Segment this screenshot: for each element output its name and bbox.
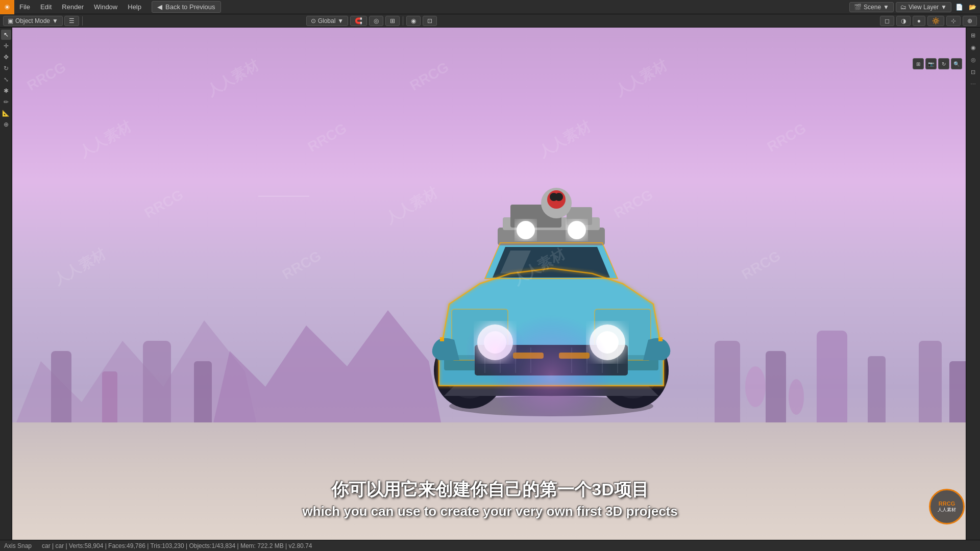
right-panel: ⊞ ◉ ◎ ⊡ ⋯ [966,28,980,540]
view-layer-dropdown-icon: ▼ [941,4,947,11]
left-tools-panel: ↖ ✛ ✥ ↻ ⤡ ✱ ✏ 📐 ⊕ [0,28,12,540]
svg-point-15 [745,366,766,407]
tool-add[interactable]: ⊕ [1,119,11,130]
snap-button[interactable]: 🧲 [350,16,367,26]
viewport-shading-4[interactable]: 🔆 [927,16,944,26]
menu-render[interactable]: Render [57,0,89,14]
snap-line-h [258,196,309,196]
mode-icon: ▣ [8,17,13,24]
svg-point-61 [464,319,526,381]
axis-snap-label: Axis Snap [4,542,32,549]
pivot-icon: ⊙ [311,17,316,24]
toolbar-center: ⊙ Global ▼ 🧲 ◎ ⊞ ◉ ⊡ [306,16,437,26]
menu-file[interactable]: File [14,0,35,14]
transform-btn[interactable]: ⊞ [385,16,400,26]
gizmo-btn[interactable]: ⊡ [423,16,437,26]
view-layer-selector[interactable]: 🗂 View Layer ▼ [896,2,951,12]
toolbar-separator-1 [82,16,83,26]
menu-edit[interactable]: Edit [35,0,57,14]
open-file-button[interactable]: 📂 [967,2,978,13]
options-button[interactable]: ☰ [64,16,79,26]
svg-rect-62 [440,337,444,341]
tool-cursor[interactable]: ✛ [1,41,11,51]
new-file-button[interactable]: 📄 [953,2,965,13]
tool-select[interactable]: ↖ [1,30,11,40]
viewport-shading-3[interactable]: ● [913,16,925,26]
pivot-selector[interactable]: ⊙ Global ▼ [306,16,349,26]
tool-measure[interactable]: 📐 [1,108,11,118]
tool-move[interactable]: ✥ [1,52,11,62]
viewport-shading-1[interactable]: ◻ [880,16,894,26]
right-btn-circle[interactable]: ◉ [968,42,979,53]
svg-point-2 [6,6,8,8]
main-viewport[interactable]: RRCG 人人素材 RRCG 人人素材 人人素材 RRCG 人人素材 RRCG … [0,28,980,540]
top-menu-bar: File Edit Render Window Help ◀ Back to P… [0,0,980,14]
right-btn-grid[interactable]: ⊞ [968,30,979,41]
overlay-btn[interactable]: ◉ [406,16,421,26]
right-btn-ring[interactable]: ◎ [968,54,979,65]
viewport-nav-orbit[interactable]: ↻ [938,58,949,69]
status-bar: Axis Snap car | car | Verts:58,904 | Fac… [0,540,980,551]
scene-info: car | car | Verts:58,904 | Faces:49,786 … [42,542,312,549]
scene-icon: 🎬 [854,4,862,11]
svg-rect-63 [658,337,663,341]
viewport-shading-2[interactable]: ◑ [896,16,911,26]
scene-label: Scene [864,4,881,11]
toolbar-separator-2 [403,16,403,26]
menu-window[interactable]: Window [89,0,122,14]
scene-selector[interactable]: 🎬 Scene ▼ [849,2,894,12]
view-layer-icon: 🗂 [900,4,906,11]
top-bar-right: 🎬 Scene ▼ 🗂 View Layer ▼ 📄 📂 [849,0,980,14]
viewport-navigation: ⊞ 📷 ↻ 🔍 [913,58,962,69]
pivot-dropdown: ▼ [337,17,344,24]
svg-point-38 [520,224,532,236]
svg-point-40 [571,224,583,236]
back-arrow-icon: ◀ [157,3,162,11]
back-to-previous-button[interactable]: ◀ Back to Previous [152,1,221,13]
back-button-label: Back to Previous [165,3,215,11]
viewport-nav-row-1: ⊞ 📷 ↻ 🔍 [913,58,962,69]
scene-dropdown-icon: ▼ [883,4,889,11]
menu-items: File Edit Render Window Help [14,0,146,14]
viewport-shading-5[interactable]: ⊹ [946,16,961,26]
tool-scale[interactable]: ⤡ [1,74,11,85]
viewport-shading-6[interactable]: ⊕ [963,16,977,26]
car-svg [398,161,704,416]
pivot-label: Global [318,17,336,24]
proportional-btn[interactable]: ◎ [369,16,383,26]
svg-point-16 [789,379,804,415]
tool-transform[interactable]: ✱ [1,86,11,96]
right-btn-more[interactable]: ⋯ [968,79,979,90]
blender-logo [0,0,14,14]
viewport-nav-camera[interactable]: 📷 [925,58,937,69]
view-layer-label: View Layer [909,4,939,11]
toolbar-right: ◻ ◑ ● 🔆 ⊹ ⊕ [880,16,977,26]
menu-help[interactable]: Help [122,0,146,14]
mode-label: Object Mode [15,17,50,24]
car-object[interactable] [398,161,704,416]
svg-point-36 [555,193,563,201]
tool-rotate[interactable]: ↻ [1,63,11,73]
right-btn-square[interactable]: ⊡ [968,66,979,78]
viewport-nav-perspective[interactable]: ⊞ [913,58,924,69]
tool-annotate[interactable]: ✏ [1,97,11,107]
mode-dropdown-icon: ▼ [52,17,58,24]
secondary-toolbar: ▣ Object Mode ▼ ☰ ⊙ Global ▼ 🧲 ◎ ⊞ ◉ ⊡ ◻… [0,14,980,28]
viewport-nav-zoom[interactable]: 🔍 [951,58,962,69]
ground-plane [0,422,980,540]
mode-selector[interactable]: ▣ Object Mode ▼ [3,16,63,26]
